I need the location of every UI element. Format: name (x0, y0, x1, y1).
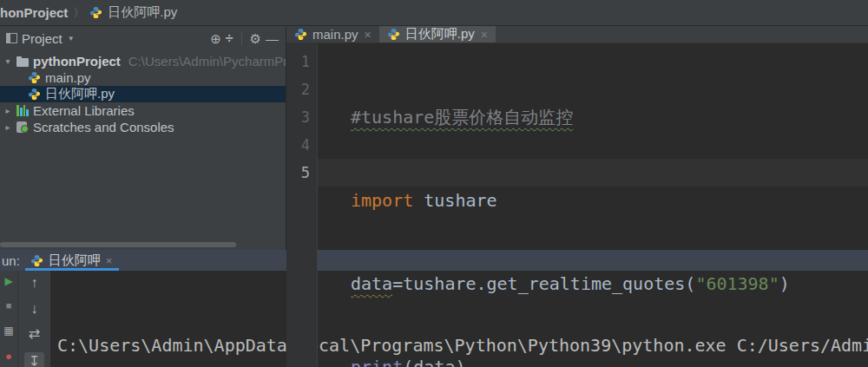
tab-file-active[interactable]: 日伙阿呷.py × (379, 26, 496, 43)
line-number: 3 (286, 103, 310, 131)
comment-token: #tushare股票价格自动监控 (351, 107, 573, 128)
scroll-to-end-icon[interactable]: ↧ (24, 352, 44, 367)
code-token-typo: data (351, 273, 392, 294)
python-file-icon (30, 254, 43, 267)
keyword-token: import (351, 190, 413, 211)
line-number: 1 (286, 48, 310, 75)
close-icon[interactable]: × (365, 28, 372, 42)
soft-wrap-icon[interactable]: ⇄ (29, 326, 40, 342)
code-token: ) (779, 273, 790, 294)
code-line-3: data=tushare.get_realtime_quotes("601398… (351, 270, 868, 298)
code-line-4: print(data) (351, 353, 868, 367)
rerun-button[interactable]: ▶ (4, 276, 12, 286)
toolbar-divider (241, 31, 242, 45)
line-number: 2 (286, 75, 310, 103)
settings-gear-icon[interactable]: ⚙ (250, 32, 261, 45)
pycharm-window: honProject 〉 日伙阿呷.py Project ▼ ⊕ ÷ ⚙ — ▾ (0, 0, 868, 367)
code-editor[interactable]: 1 2 3 4 5 #tushare股票价格自动监控 import tushar… (286, 43, 868, 367)
python-file-icon (387, 28, 400, 41)
tree-item-label: 日伙阿呷.py (45, 86, 115, 102)
close-icon[interactable]: × (481, 28, 488, 42)
up-stacktrace-icon[interactable]: ↑ (31, 275, 38, 291)
tree-item-external-libraries[interactable]: ▸ External Libraries (0, 102, 286, 119)
restore-layout-icon[interactable]: ▦ (3, 325, 13, 336)
tree-item-label: main.py (45, 70, 91, 85)
line-number-current: 5 (286, 159, 310, 187)
tab-main-py[interactable]: main.py × (286, 26, 379, 43)
down-stacktrace-icon[interactable]: ↓ (31, 301, 38, 317)
tree-item-file-selected[interactable]: 日伙阿呷.py (0, 86, 286, 102)
red-indicator-icon[interactable]: ● (5, 351, 12, 362)
run-tab-label: 日伙阿呷 (49, 252, 101, 269)
editor-tab-bar: main.py × 日伙阿呷.py × (286, 26, 868, 43)
folder-icon (16, 56, 29, 67)
tab-label: main.py (312, 27, 358, 42)
tree-item-path: C:\Users\Admin\PycharmProjects\py (128, 54, 286, 69)
run-toolbar-left: ▶ ■ ▦ ● (0, 271, 18, 367)
tree-item-label: External Libraries (33, 103, 135, 118)
code-line-1: #tushare股票价格自动监控 (351, 103, 868, 131)
horizontal-scrollbar[interactable] (0, 242, 236, 247)
breadcrumb-file[interactable]: 日伙阿呷.py (108, 4, 177, 21)
tree-item-main-py[interactable]: main.py (0, 69, 286, 86)
breadcrumb-project[interactable]: honProject (0, 5, 68, 20)
editor-area: main.py × 日伙阿呷.py × 1 2 3 4 (286, 26, 868, 250)
project-panel-header: Project ▼ ⊕ ÷ ⚙ — (0, 26, 286, 50)
active-tab-underline (25, 268, 120, 271)
chevron-expanded-icon[interactable]: ▾ (3, 56, 12, 66)
hide-panel-icon[interactable]: — (266, 32, 279, 45)
line-number: 4 (286, 131, 310, 159)
locate-file-icon[interactable]: ⊕ (210, 32, 221, 45)
tool-window-icon (6, 33, 17, 43)
project-tree: ▾ pythonProject C:\Users\Admin\PycharmPr… (0, 50, 286, 135)
external-libraries-icon (16, 105, 29, 116)
breadcrumb-chevron-icon: 〉 (73, 5, 84, 21)
string-token: "601398" (695, 273, 779, 294)
console-toolbar: ↑ ↓ ⇄ ↧ (18, 271, 50, 367)
python-file-icon (28, 71, 41, 84)
tree-item-label: pythonProject (33, 54, 121, 69)
chevron-collapsed-icon[interactable]: ▸ (3, 106, 12, 115)
code-line-2: import tushare (351, 187, 868, 214)
editor-gutter: 1 2 3 4 5 (286, 43, 318, 367)
collapse-all-icon[interactable]: ÷ (226, 31, 233, 45)
builtin-token: print (351, 357, 403, 367)
code-text[interactable]: #tushare股票价格自动监控 import tushare data=tus… (318, 43, 868, 367)
chevron-down-icon[interactable]: ▼ (68, 35, 75, 43)
code-token: tushare (413, 190, 496, 211)
chevron-collapsed-icon[interactable]: ▸ (3, 122, 12, 132)
tree-item-scratches[interactable]: ▸ Scratches and Consoles (0, 119, 286, 135)
close-icon[interactable]: × (106, 254, 113, 267)
code-token: (data) (403, 357, 465, 367)
run-window-label: un: (0, 253, 25, 268)
run-tab[interactable]: 日伙阿呷 × (25, 250, 120, 271)
tab-label: 日伙阿呷.py (405, 26, 475, 43)
stop-button[interactable]: ■ (6, 301, 12, 311)
python-file-icon (28, 88, 41, 101)
project-panel-title[interactable]: Project (22, 31, 62, 46)
python-file-icon (294, 28, 307, 41)
window-title-bar: honProject 〉 日伙阿呷.py (0, 0, 868, 26)
python-file-icon (89, 6, 102, 19)
project-tool-window: Project ▼ ⊕ ÷ ⚙ — ▾ pythonProject C:\Use… (0, 26, 286, 250)
scratches-icon (16, 121, 29, 133)
tree-item-label: Scratches and Consoles (33, 120, 174, 134)
code-token: =tushare.get_realtime_quotes( (392, 273, 695, 294)
tree-item-python-project[interactable]: ▾ pythonProject C:\Users\Admin\PycharmPr… (0, 53, 286, 69)
